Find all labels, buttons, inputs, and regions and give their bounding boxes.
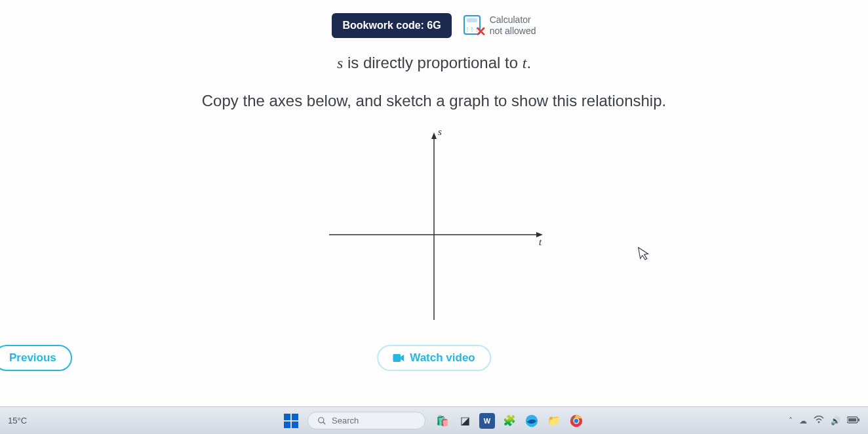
question-panel: Bookwork code: 6G ✕ Calculator not allow…: [0, 0, 868, 406]
calculator-sublabel: not allowed: [490, 26, 536, 37]
wifi-icon[interactable]: [814, 416, 824, 425]
search-icon: [317, 416, 326, 425]
edge-icon[interactable]: [524, 413, 540, 429]
weather-widget[interactable]: 15°C: [8, 416, 27, 425]
taskbar-center: Search 🛍️ ◪ W 🧩 📁: [284, 412, 584, 429]
app-icon[interactable]: ◪: [457, 413, 473, 429]
svg-point-11: [818, 422, 820, 424]
question-text-mid: is directly proportional to: [343, 54, 522, 71]
calculator-status: ✕ Calculator not allowed: [464, 14, 536, 37]
svg-marker-1: [431, 132, 437, 139]
chrome-icon[interactable]: [568, 413, 584, 429]
calculator-label: Calculator: [490, 14, 536, 26]
pinned-apps: 🛍️ ◪ W 🧩 📁: [435, 413, 584, 429]
svg-line-6: [323, 422, 326, 424]
start-button[interactable]: [284, 414, 298, 428]
question-instruction: Copy the axes below, and sketch a graph …: [0, 92, 868, 110]
question-text-end: .: [526, 54, 531, 71]
x-axis-label: t: [539, 237, 542, 247]
taskbar-search[interactable]: Search: [307, 412, 425, 429]
file-explorer-icon[interactable]: 📁: [546, 413, 562, 429]
question-intro: s is directly proportional to t.: [0, 54, 868, 72]
video-camera-icon: [393, 353, 404, 363]
svg-rect-14: [858, 418, 859, 421]
windows-taskbar[interactable]: 15°C Search 🛍️ ◪ W 🧩 📁 ˄ ☁ 🔊: [0, 406, 868, 434]
word-icon[interactable]: W: [479, 413, 495, 429]
bottom-controls: Previous Watch video: [0, 342, 868, 374]
previous-button[interactable]: Previous: [0, 345, 72, 371]
chevron-up-icon[interactable]: ˄: [789, 416, 793, 425]
calculator-status-text: Calculator not allowed: [490, 14, 536, 37]
cloud-icon[interactable]: ☁: [799, 416, 807, 425]
bookwork-badge: Bookwork code: 6G: [332, 13, 451, 38]
calculator-not-allowed-icon: ✕: [464, 15, 484, 36]
battery-icon[interactable]: [847, 416, 860, 425]
axes-svg: s t: [303, 123, 565, 326]
svg-rect-13: [848, 418, 856, 422]
svg-point-5: [319, 417, 324, 422]
watch-video-label: Watch video: [410, 351, 475, 365]
svg-rect-4: [393, 354, 401, 362]
header-row: Bookwork code: 6G ✕ Calculator not allow…: [0, 13, 868, 38]
volume-icon[interactable]: 🔊: [831, 416, 840, 425]
svg-point-10: [574, 418, 578, 422]
search-placeholder: Search: [332, 416, 359, 425]
watch-video-button[interactable]: Watch video: [377, 345, 491, 371]
system-tray[interactable]: ˄ ☁ 🔊: [789, 416, 860, 425]
variable-s: s: [337, 54, 343, 71]
app-icon[interactable]: 🧩: [502, 413, 517, 429]
y-axis-label: s: [438, 127, 442, 137]
axes-diagram: s t: [0, 123, 868, 326]
app-icon[interactable]: 🛍️: [435, 413, 450, 429]
